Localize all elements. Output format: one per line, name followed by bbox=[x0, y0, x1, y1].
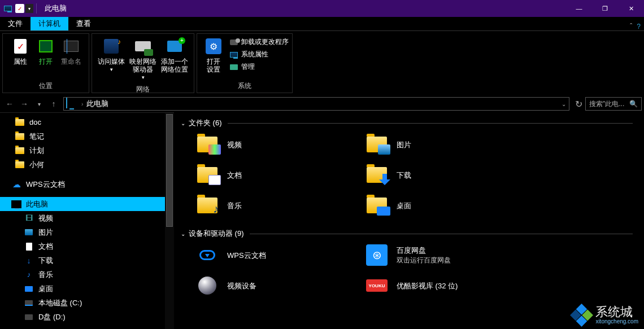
tree-item-ddrive[interactable]: D盘 (D:) bbox=[0, 310, 174, 324]
manage-button[interactable]: 管理 bbox=[229, 62, 289, 72]
open-button[interactable]: 打开 bbox=[34, 36, 57, 65]
tree-item-desktop[interactable]: 桌面 bbox=[0, 282, 174, 296]
watermark: 系统城 xitongcheng.com bbox=[573, 306, 638, 324]
properties-button[interactable]: ✓ 属性 bbox=[6, 36, 34, 65]
folder-pictures[interactable]: 图片 bbox=[365, 131, 512, 157]
history-dropdown[interactable]: ▾ bbox=[32, 96, 46, 111]
youku-icon: YOUKU bbox=[366, 279, 388, 292]
camera-icon bbox=[198, 277, 216, 295]
caret-icon: ⌄ bbox=[181, 231, 185, 237]
uninstall-button[interactable]: 卸载或更改程序 bbox=[229, 37, 289, 47]
nav-bar: ← → ▾ ↑ ›此电脑 ⌄ ↻ 搜索"此电... 🔍 bbox=[0, 95, 644, 112]
address-dropdown[interactable]: ⌄ bbox=[559, 101, 569, 107]
open-settings-button[interactable]: ⚙ 打开 设置 bbox=[201, 36, 227, 73]
address-bar[interactable]: ›此电脑 ⌄ bbox=[63, 97, 569, 111]
folder-documents[interactable]: 文档 bbox=[195, 162, 342, 188]
refresh-button[interactable]: ↻ bbox=[572, 99, 585, 109]
tree-item-documents[interactable]: 文档 bbox=[0, 239, 174, 253]
caret-icon: ⌄ bbox=[181, 120, 185, 126]
back-button[interactable]: ← bbox=[2, 96, 17, 111]
navigation-tree: doc 笔记 计划 小何 ☁WPS云文档 此电脑 🎞视频 图片 文档 ↓下载 ♪… bbox=[0, 112, 174, 329]
group-label-location: 位置 bbox=[3, 80, 89, 93]
access-media-button[interactable]: ♪ 访问媒体▾ bbox=[95, 36, 127, 73]
maximize-button[interactable]: ❐ bbox=[592, 0, 618, 17]
minimize-button[interactable]: — bbox=[566, 0, 592, 17]
forward-button[interactable]: → bbox=[17, 96, 32, 111]
folder-videos[interactable]: 视频 bbox=[195, 131, 342, 157]
help-icon[interactable]: ? bbox=[637, 23, 641, 30]
tree-item-downloads[interactable]: ↓下载 bbox=[0, 253, 174, 267]
breadcrumb[interactable]: 此电脑 bbox=[86, 99, 108, 109]
folder-desktop[interactable]: 桌面 bbox=[365, 192, 512, 218]
qat-icon-app[interactable]: ✓ bbox=[15, 4, 24, 13]
system-properties-button[interactable]: 系统属性 bbox=[229, 50, 289, 59]
folder-downloads[interactable]: 下载 bbox=[365, 162, 512, 188]
gear-icon: ⚙ bbox=[206, 38, 221, 54]
tree-item-plan[interactable]: 计划 bbox=[0, 143, 174, 157]
tree-item-xiaohe[interactable]: 小何 bbox=[0, 157, 174, 172]
tree-item-notes[interactable]: 笔记 bbox=[0, 129, 174, 143]
title-bar: ✓ ▾ 此电脑 — ❐ ✕ bbox=[0, 0, 644, 17]
tab-file[interactable]: 文件 bbox=[0, 17, 31, 30]
qat-icon-pc[interactable] bbox=[2, 2, 14, 15]
device-wps[interactable]: WPS云文档 bbox=[195, 242, 342, 268]
add-network-location-button[interactable]: + 添加一个 网络位置 bbox=[159, 36, 190, 73]
quick-access-toolbar: ✓ ▾ bbox=[1, 2, 39, 15]
tree-item-thispc[interactable]: 此电脑 bbox=[0, 197, 174, 211]
window-title: 此电脑 bbox=[45, 3, 67, 14]
qat-dropdown[interactable]: ▾ bbox=[25, 4, 33, 13]
pc-icon bbox=[66, 98, 77, 109]
search-input[interactable]: 搜索"此电... 🔍 bbox=[585, 97, 642, 111]
section-folders[interactable]: ⌄ 文件夹 (6) bbox=[181, 118, 633, 128]
close-button[interactable]: ✕ bbox=[618, 0, 644, 17]
tree-item-pictures[interactable]: 图片 bbox=[0, 225, 174, 239]
up-button[interactable]: ↑ bbox=[46, 96, 61, 111]
ribbon-tabs: 文件 计算机 查看 ˆ ? bbox=[0, 17, 644, 31]
ribbon: ✓ 属性 打开 重命名 位置 ♪ 访问媒体▾ 映射网络 驱动器▾ bbox=[0, 31, 644, 93]
device-baidu[interactable]: ⊛ 百度网盘双击运行百度网盘 bbox=[365, 242, 512, 268]
watermark-logo-icon bbox=[570, 304, 593, 327]
cloud-icon bbox=[199, 250, 215, 260]
ribbon-group-location: ✓ 属性 打开 重命名 位置 bbox=[2, 33, 89, 93]
folder-music[interactable]: ♪ 音乐 bbox=[195, 192, 342, 218]
search-icon[interactable]: 🔍 bbox=[629, 100, 638, 108]
tree-item-music[interactable]: ♪音乐 bbox=[0, 267, 174, 282]
device-youku[interactable]: YOUKU 优酷影视库 (32 位) bbox=[365, 273, 512, 299]
tree-item-cdrive[interactable]: 本地磁盘 (C:) bbox=[0, 296, 174, 310]
tree-item-wps[interactable]: ☁WPS云文档 bbox=[0, 177, 174, 191]
sidebar-scrollbar[interactable] bbox=[165, 113, 174, 329]
ribbon-collapse-icon[interactable]: ˆ bbox=[630, 23, 632, 30]
content-pane: ⌄ 文件夹 (6) 视频 图片 文档 下载 ♪ 音乐 bbox=[174, 112, 644, 329]
tree-item-doc[interactable]: doc bbox=[0, 115, 174, 129]
group-label-system: 系统 bbox=[197, 80, 292, 93]
group-label-network: 网络 bbox=[92, 84, 194, 96]
rename-button[interactable]: 重命名 bbox=[57, 36, 85, 65]
section-devices[interactable]: ⌄ 设备和驱动器 (9) bbox=[181, 229, 633, 239]
ribbon-group-system: ⚙ 打开 设置 卸载或更改程序 系统属性 管理 系统 bbox=[197, 33, 293, 93]
search-placeholder: 搜索"此电... bbox=[589, 99, 624, 109]
device-video-device[interactable]: 视频设备 bbox=[195, 273, 342, 299]
baidu-icon: ⊛ bbox=[366, 244, 388, 266]
map-drive-button[interactable]: 映射网络 驱动器▾ bbox=[127, 36, 159, 81]
window-controls: — ❐ ✕ bbox=[566, 0, 644, 17]
tab-computer[interactable]: 计算机 bbox=[31, 17, 68, 30]
tree-item-videos[interactable]: 🎞视频 bbox=[0, 211, 174, 225]
ribbon-group-network: ♪ 访问媒体▾ 映射网络 驱动器▾ + 添加一个 网络位置 网络 bbox=[92, 33, 194, 93]
tab-view[interactable]: 查看 bbox=[68, 17, 99, 30]
